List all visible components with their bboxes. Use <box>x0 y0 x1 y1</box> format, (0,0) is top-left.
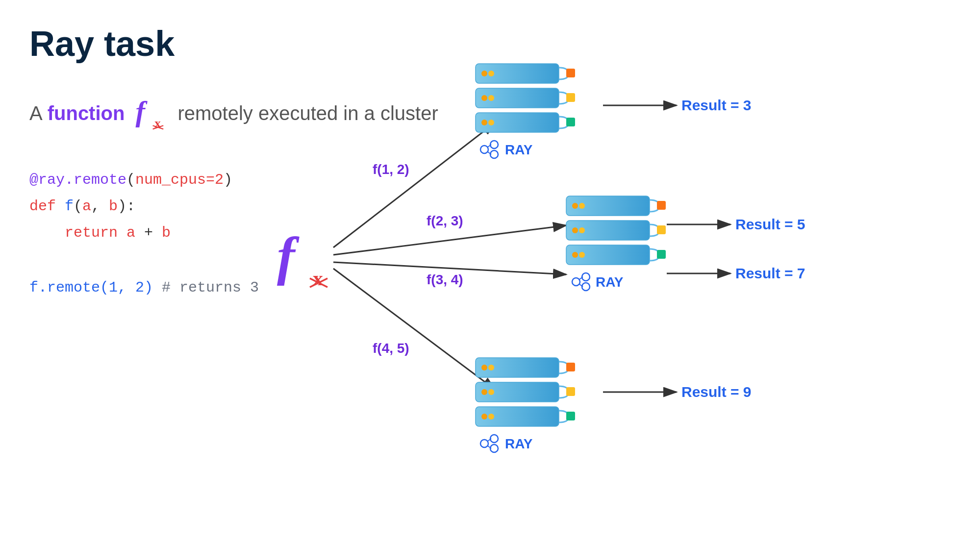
svg-point-42 <box>579 227 585 233</box>
svg-rect-61 <box>566 387 575 396</box>
svg-point-64 <box>488 414 494 419</box>
svg-text:Result = 5: Result = 5 <box>735 216 805 232</box>
svg-point-31 <box>490 141 498 148</box>
svg-text:f: f <box>277 226 300 286</box>
code-comment: # returns 3 <box>153 279 259 296</box>
svg-point-32 <box>490 150 498 158</box>
svg-rect-54 <box>476 358 559 377</box>
code-arg-a: a <box>82 198 91 215</box>
fx-icon: f x <box>133 96 169 131</box>
svg-rect-25 <box>566 93 575 102</box>
svg-point-38 <box>579 203 585 209</box>
svg-rect-43 <box>657 225 666 234</box>
svg-text:RAY: RAY <box>505 142 533 157</box>
svg-point-27 <box>481 120 487 125</box>
svg-point-68 <box>490 444 498 452</box>
code-return-a: a <box>126 224 135 241</box>
svg-line-11 <box>333 225 566 255</box>
svg-text:Result = 7: Result = 7 <box>735 265 805 281</box>
svg-point-63 <box>481 414 487 419</box>
svg-line-52 <box>579 284 583 287</box>
code-paren-close: ) <box>224 172 232 188</box>
svg-line-33 <box>488 145 491 147</box>
svg-line-34 <box>488 152 491 154</box>
svg-rect-44 <box>566 245 650 265</box>
code-def: def <box>29 198 65 215</box>
svg-point-66 <box>480 440 488 447</box>
svg-rect-58 <box>476 382 559 402</box>
svg-line-51 <box>579 277 583 279</box>
code-f-remote: f.remote(1, 2) <box>29 279 153 296</box>
svg-point-48 <box>572 278 580 286</box>
code-line-3: return a + b <box>29 220 232 246</box>
svg-line-13 <box>333 269 495 390</box>
svg-point-49 <box>582 273 590 281</box>
svg-point-45 <box>572 252 578 258</box>
code-remote-call: f.remote(1, 2) # returns 3 <box>29 279 259 296</box>
svg-text:Result = 3: Result = 3 <box>681 97 752 113</box>
svg-rect-26 <box>476 113 559 132</box>
code-return-b: b <box>162 224 171 241</box>
code-funcname: f <box>65 198 74 215</box>
svg-point-59 <box>481 389 487 395</box>
svg-rect-47 <box>657 250 666 259</box>
svg-text:RAY: RAY <box>596 274 624 290</box>
subtitle-suffix: remotely executed in a cluster <box>177 102 438 124</box>
svg-point-24 <box>488 95 494 101</box>
svg-rect-65 <box>566 412 575 420</box>
page-title: Ray task <box>29 24 175 64</box>
svg-rect-57 <box>566 363 575 371</box>
code-line-1: @ray.remote(num_cpus=2) <box>29 167 232 193</box>
svg-point-50 <box>582 283 590 291</box>
svg-line-12 <box>333 262 566 274</box>
svg-point-56 <box>488 365 494 370</box>
subtitle-function: function <box>48 102 125 124</box>
svg-point-67 <box>490 435 498 443</box>
svg-rect-40 <box>566 221 650 240</box>
svg-text:f(3, 4): f(3, 4) <box>427 272 463 287</box>
svg-point-46 <box>579 252 585 258</box>
svg-rect-62 <box>476 407 559 426</box>
svg-point-23 <box>481 95 487 101</box>
svg-rect-21 <box>566 69 575 77</box>
svg-text:Result = 9: Result = 9 <box>681 384 752 400</box>
diagram-svg: RAY RAY RAY <box>0 0 980 542</box>
svg-line-70 <box>488 446 491 448</box>
svg-point-60 <box>488 389 494 395</box>
svg-rect-36 <box>566 196 650 216</box>
svg-line-10 <box>333 123 495 247</box>
svg-rect-29 <box>566 118 575 126</box>
code-line-2: def f(a, b): <box>29 193 232 220</box>
subtitle-prefix: A <box>29 102 43 124</box>
code-decorator: @ray.remote <box>29 172 126 188</box>
code-block: @ray.remote(num_cpus=2) def f(a, b): ret… <box>29 167 232 246</box>
svg-point-55 <box>481 365 487 370</box>
svg-text:f: f <box>136 96 148 127</box>
svg-text:f(1, 2): f(1, 2) <box>373 162 409 177</box>
subtitle-line: A function f x remotely executed in a cl… <box>29 96 438 131</box>
code-args: ( <box>74 198 82 215</box>
svg-rect-39 <box>657 201 666 210</box>
code-param-parens: ( <box>126 172 135 188</box>
svg-text:RAY: RAY <box>505 436 533 451</box>
svg-point-19 <box>481 71 487 76</box>
code-param: num_cpus=2 <box>135 172 224 188</box>
svg-text:f(2, 3): f(2, 3) <box>427 213 463 228</box>
code-return: return <box>65 224 126 241</box>
svg-point-28 <box>488 120 494 125</box>
svg-point-20 <box>488 71 494 76</box>
code-arg-b: b <box>109 198 118 215</box>
svg-rect-18 <box>476 64 559 83</box>
svg-line-69 <box>488 439 491 441</box>
svg-text:f(4, 5): f(4, 5) <box>373 341 409 356</box>
svg-rect-22 <box>476 88 559 108</box>
svg-point-41 <box>572 227 578 233</box>
svg-point-37 <box>572 203 578 209</box>
svg-point-30 <box>480 146 488 153</box>
central-fx-icon: f x <box>275 225 333 291</box>
